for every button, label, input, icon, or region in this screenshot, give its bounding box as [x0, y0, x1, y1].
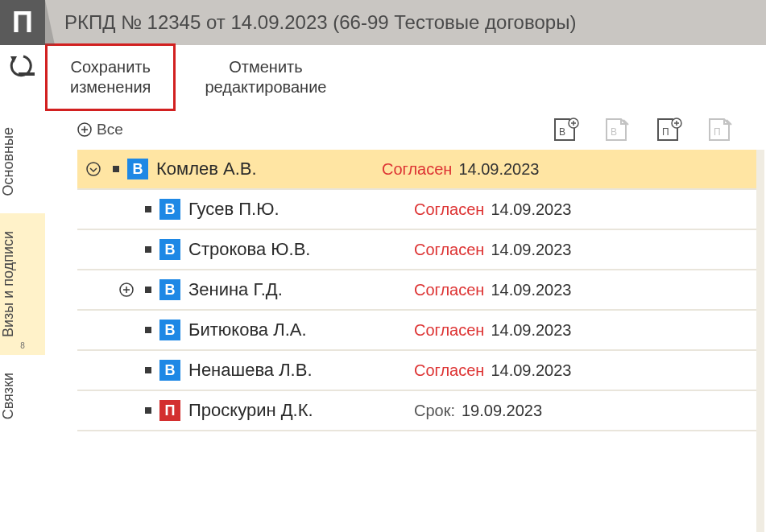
- person-name: Строкова Ю.В.: [188, 239, 414, 260]
- expand-icon[interactable]: [77, 282, 142, 297]
- status-date: 14.09.2023: [491, 321, 571, 340]
- bullet-icon: [145, 327, 151, 333]
- save-button-line1: Сохранить: [70, 57, 151, 77]
- status-label: Срок:: [414, 402, 455, 420]
- status-label: Согласен: [414, 200, 484, 219]
- bullet-icon: [145, 407, 151, 414]
- status-label: Согласен: [414, 281, 484, 299]
- status-label: Согласен: [414, 361, 484, 380]
- visa-doc-icon: В: [603, 118, 631, 142]
- expand-all-label: Все: [97, 121, 123, 138]
- main-area: Основные 8 Визы и подписи Связки Все В: [0, 109, 766, 532]
- status-label: Согласен: [382, 160, 452, 179]
- action-icons: В В П П: [552, 118, 750, 142]
- cancel-button-line1: Отменить: [205, 57, 326, 77]
- header-bar: П РКПД № 12345 от 14.09.2023 (66-99 Тест…: [0, 0, 766, 45]
- status-date: 14.09.2023: [491, 200, 571, 219]
- bullet-icon: [145, 367, 151, 373]
- scrollbar[interactable]: [756, 150, 764, 532]
- person-name: Битюкова Л.А.: [188, 320, 414, 340]
- side-tab-visas[interactable]: 8 Визы и подписи: [0, 213, 45, 355]
- bullet-icon: [145, 287, 151, 293]
- toolbar: Сохранить изменения Отменить редактирова…: [0, 45, 766, 109]
- side-tab-main[interactable]: Основные: [0, 109, 45, 213]
- content-panel: Все В В П П ВКомлев А.В.Согласен14.09.20…: [45, 109, 766, 532]
- visa-badge-icon: В: [159, 320, 180, 340]
- svg-text:В: В: [611, 126, 617, 138]
- status-date: 14.09.2023: [491, 241, 571, 259]
- status-date: 14.09.2023: [491, 281, 571, 299]
- svg-text:П: П: [662, 126, 669, 138]
- sign-badge-icon: П: [159, 400, 180, 421]
- status-date: 19.09.2023: [462, 402, 542, 420]
- person-name: Комлев А.В.: [156, 159, 382, 179]
- status-label: Согласен: [414, 241, 484, 259]
- status-date: 14.09.2023: [491, 361, 571, 380]
- side-tab-visas-badge: 8: [20, 341, 25, 350]
- expand-all-toggle[interactable]: Все: [77, 121, 123, 138]
- person-name: Гусев П.Ю.: [188, 199, 414, 220]
- visa-badge-icon: В: [159, 360, 180, 381]
- bullet-icon: [145, 246, 151, 253]
- bullet-icon: [113, 166, 119, 172]
- list-item[interactable]: ВЗенина Г.Д.Согласен14.09.2023: [77, 270, 756, 311]
- list-header: Все В В П П: [77, 109, 756, 150]
- collapse-icon[interactable]: [77, 162, 110, 176]
- app-logo-letter: П: [12, 6, 33, 39]
- side-tab-links[interactable]: Связки: [0, 355, 45, 437]
- visa-badge-icon: В: [127, 159, 148, 179]
- person-list: ВКомлев А.В.Согласен14.09.2023ВГусев П.Ю…: [77, 150, 756, 431]
- left-spine-top: [0, 45, 45, 109]
- save-button-line2: изменения: [70, 77, 151, 97]
- side-tab-main-label: Основные: [0, 127, 16, 196]
- status-date: 14.09.2023: [458, 160, 539, 179]
- visa-badge-icon: В: [159, 279, 180, 300]
- svg-point-14: [87, 163, 100, 175]
- list-item[interactable]: ВСтрокова Ю.В.Согласен14.09.2023: [77, 230, 756, 270]
- person-name: Ненашева Л.В.: [188, 360, 414, 381]
- svg-text:В: В: [559, 126, 565, 138]
- status-label: Согласен: [414, 321, 484, 340]
- svg-text:П: П: [714, 126, 721, 138]
- refresh-icon[interactable]: [9, 55, 36, 79]
- cancel-button-line2: редактирование: [205, 77, 326, 97]
- side-tab-links-label: Связки: [0, 373, 16, 419]
- sign-doc-icon: П: [706, 118, 734, 142]
- add-visa-icon[interactable]: В: [552, 118, 579, 142]
- save-button[interactable]: Сохранить изменения: [45, 43, 176, 111]
- list-item[interactable]: ВНенашева Л.В.Согласен14.09.2023: [77, 351, 756, 391]
- person-name: Зенина Г.Д.: [188, 279, 414, 300]
- cancel-edit-button[interactable]: Отменить редактирование: [182, 46, 349, 109]
- plus-circle-icon: [77, 122, 92, 137]
- visa-badge-icon: В: [159, 239, 180, 260]
- list-item[interactable]: ВБитюкова Л.А.Согласен14.09.2023: [77, 311, 756, 351]
- side-tabs: Основные 8 Визы и подписи Связки: [0, 109, 45, 532]
- side-tab-visas-label: Визы и подписи: [0, 231, 16, 337]
- person-name: Проскурин Д.К.: [188, 400, 414, 421]
- app-logo: П: [0, 0, 45, 45]
- toolbar-buttons: Сохранить изменения Отменить редактирова…: [45, 45, 349, 109]
- list-item[interactable]: ВКомлев А.В.Согласен14.09.2023: [77, 150, 756, 190]
- add-sign-icon[interactable]: П: [655, 118, 682, 142]
- visa-badge-icon: В: [159, 199, 180, 220]
- list-item[interactable]: ВГусев П.Ю.Согласен14.09.2023: [77, 190, 756, 230]
- svg-rect-0: [19, 72, 35, 76]
- page-title: РКПД № 12345 от 14.09.2023 (66-99 Тестов…: [64, 11, 576, 34]
- bullet-icon: [145, 206, 151, 212]
- list-item[interactable]: ППроскурин Д.К.Срок:19.09.2023: [77, 391, 756, 431]
